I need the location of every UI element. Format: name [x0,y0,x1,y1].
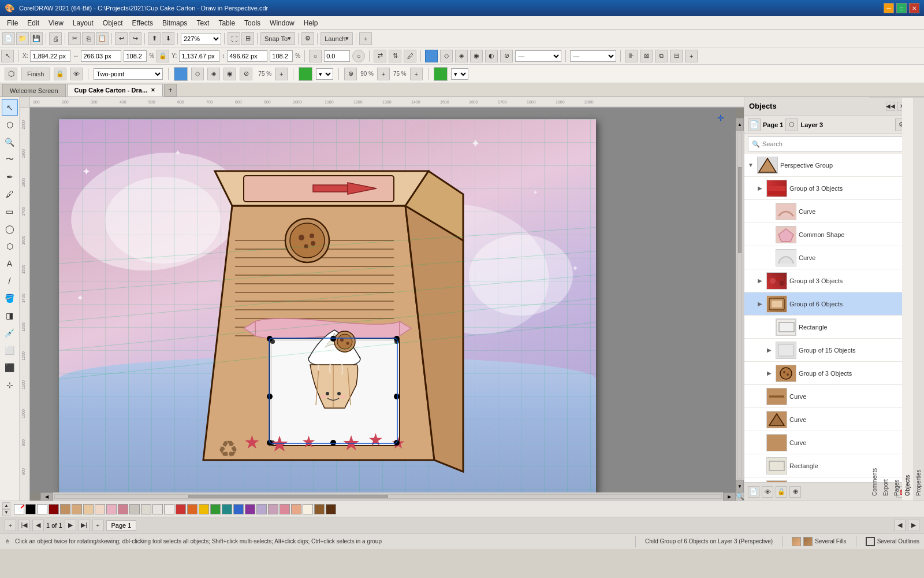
y-input[interactable] [179,50,219,62]
zoom-tool[interactable]: 🔍 [2,134,18,150]
status-icon[interactable]: 🖱 [5,538,10,544]
menu-layout[interactable]: Layout [68,18,98,28]
palette-orange[interactable] [187,504,198,514]
transform-tool[interactable]: ⊹ [2,377,18,393]
page-tab-label[interactable]: Page 1 [106,520,137,531]
persp-fill-btn[interactable]: ⊘ [240,68,252,80]
palette-medpink[interactable] [118,504,128,514]
color-green-btn[interactable] [299,67,312,81]
menu-bitmaps[interactable]: Bitmaps [158,18,192,28]
order-btn[interactable]: ⧉ [655,50,668,62]
palette-cream[interactable] [303,504,313,514]
page-nav-left-btn[interactable]: ◀ [894,520,906,531]
snap-to-btn[interactable]: Snap To ▾ [260,32,295,45]
rectangle-tool[interactable]: ▭ [2,203,18,220]
menu-object[interactable]: Object [98,18,128,28]
tab-cupcake-close[interactable]: ✕ [151,87,155,93]
side-tab-comments[interactable]: Comments [869,97,880,501]
canvas-hscroll[interactable]: ◀ ▶ 🔍 [40,492,744,501]
menu-file[interactable]: File [2,18,23,28]
vp-indicator[interactable]: ✛ [717,113,724,123]
expand-group15[interactable]: ▶ [765,346,773,354]
palette-purple[interactable] [245,504,255,514]
polygon-tool[interactable]: ⬡ [2,238,18,254]
menu-window[interactable]: Window [265,18,299,28]
side-tab-properties[interactable]: Properties [913,97,924,501]
fill-other-btn[interactable]: ◐ [485,50,498,62]
w2-input[interactable] [124,50,147,62]
opacity2-plus-btn[interactable]: + [377,68,390,80]
outline-dropdown[interactable]: — [570,50,616,62]
expand-group3c[interactable]: ▶ [765,369,773,377]
obj-new-layer-btn[interactable]: 📄 [748,486,759,498]
drawing-canvas[interactable]: ✦ ✦ ✦ ✦ ✦ ✦ [30,108,744,501]
new-btn[interactable]: 📄 [2,32,15,45]
add-page-btn[interactable]: + [5,520,16,531]
pen-icon[interactable]: 🖊 [404,50,416,62]
fill-dropdown[interactable]: — [515,50,561,62]
palette-scroll-up[interactable]: ▲ [2,502,10,509]
artpen-tool[interactable]: 🖊 [2,186,18,202]
palette-mauve[interactable] [268,504,278,514]
palette-blue[interactable] [233,504,244,514]
fill-no-btn[interactable]: ◇ [440,50,453,62]
palette-darkred[interactable] [49,504,59,514]
h-input[interactable] [227,50,267,62]
side-tab-objects[interactable]: Objects [902,97,913,501]
palette-salmon[interactable] [291,504,301,514]
save-btn[interactable]: 💾 [30,32,43,45]
lock-btn[interactable]: 🔒 [157,50,169,62]
palette-tan[interactable] [60,504,70,514]
palette-gray1[interactable] [129,504,140,514]
flip-v-btn[interactable]: ⇅ [389,50,401,62]
full-screen-btn[interactable]: ⛶ [228,32,240,45]
palette-lighttan[interactable] [72,504,82,514]
color-blue-btn[interactable] [174,67,188,81]
palette-gray4[interactable] [164,504,174,514]
menu-effects[interactable]: Effects [128,18,158,28]
palette-lavender[interactable] [256,504,267,514]
color-diamond3-btn[interactable]: ◉ [223,68,236,80]
launch-btn[interactable]: Launch ▾ [321,32,353,45]
canvas-vscroll[interactable]: ▲ ▼ [736,118,744,492]
palette-teal[interactable] [222,504,232,514]
align-l-btn[interactable]: ⊪ [625,50,638,62]
x-input[interactable] [30,50,70,62]
page-prev-btn[interactable]: ◀ [32,520,44,531]
zoom-dropdown[interactable]: 227% [181,33,221,45]
expand-group3b[interactable]: ▶ [756,277,764,285]
open-btn[interactable]: 📁 [16,32,29,45]
palette-red[interactable] [176,504,186,514]
canvas-area[interactable]: 100 200 300 400 500 600 700 800 900 1000… [20,97,744,501]
redo-btn[interactable]: ↪ [129,32,141,45]
palette-peach[interactable] [83,504,94,514]
menu-tools[interactable]: Tools [240,18,265,28]
expand-perspective-group[interactable]: ▼ [747,161,755,169]
plus-btn[interactable]: + [359,32,372,45]
opacity1-plus-btn[interactable]: + [275,68,288,80]
cut-btn[interactable]: ✂ [68,32,81,45]
obj-visibility-btn[interactable]: 👁 [762,486,773,498]
palette-yellow[interactable] [199,504,209,514]
palette-scroll-down[interactable]: ▼ [2,509,10,516]
menu-text[interactable]: Text [192,18,214,28]
print-btn[interactable]: 🖨 [49,32,62,45]
w-input[interactable] [81,50,121,62]
maximize-button[interactable]: □ [896,3,907,13]
opacity3-plus-btn[interactable]: + [410,68,423,80]
menu-table[interactable]: Table [214,18,240,28]
menu-edit[interactable]: Edit [23,18,44,28]
import-btn[interactable]: ⬆ [148,32,161,45]
obj-lock-btn[interactable]: 🔒 [776,486,787,498]
copy-btn[interactable]: ⎘ [82,32,95,45]
text-tool[interactable]: A [2,255,18,272]
node-tool[interactable]: ⬡ [2,117,18,133]
palette-darkbrown[interactable] [326,504,336,514]
color-green2-btn[interactable] [434,67,448,81]
palette-rose[interactable] [280,504,290,514]
page-nav-right-btn[interactable]: ▶ [908,520,919,531]
ellipse-tool[interactable]: ◯ [2,221,18,237]
side-tab-pages[interactable]: Pages [891,97,902,501]
fill-tool[interactable]: 🪣 [2,290,18,306]
view-mode-btn[interactable]: ⊞ [241,32,254,45]
